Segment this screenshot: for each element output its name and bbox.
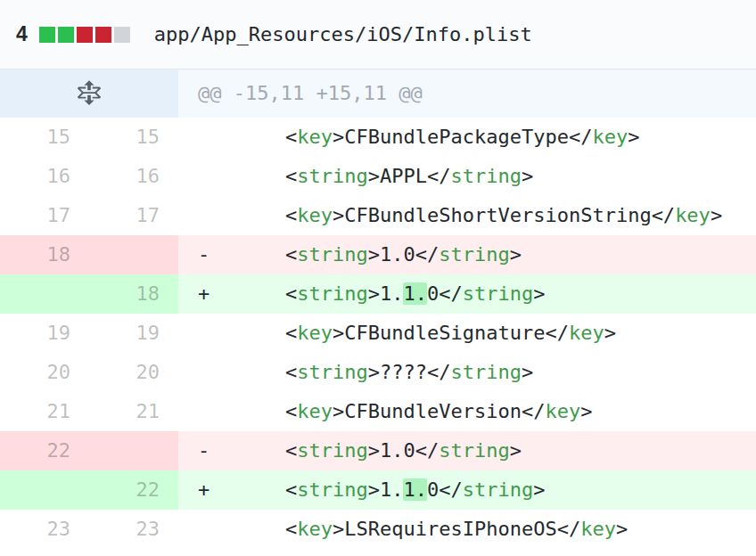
code-segment: > (533, 282, 545, 305)
code-segment: < (285, 322, 297, 344)
code-segment: string (297, 243, 367, 266)
old-line-number[interactable]: 20 (0, 353, 89, 392)
code-segment: 0 (427, 478, 439, 501)
code-segment: CFBundleSignature (344, 322, 545, 344)
diff-row-added: 18+<string>1.1.0</string> (0, 274, 756, 314)
code-segment: string (439, 439, 509, 462)
code-line: <key>CFBundleVersion</key> (178, 392, 756, 431)
code-segment: </ (427, 165, 451, 187)
code-line: <string>????</string> (178, 353, 756, 392)
code-segment: > (368, 165, 380, 187)
code-segment: > (333, 322, 344, 344)
expand-hunk-button[interactable] (0, 70, 178, 118)
old-line-number[interactable]: 16 (0, 157, 89, 196)
code-segment: > (510, 439, 522, 462)
new-line-number[interactable]: 15 (89, 118, 178, 157)
old-line-number[interactable] (0, 274, 89, 314)
code-segment: > (628, 126, 639, 148)
old-line-number[interactable]: 19 (0, 314, 89, 353)
code-segment: </ (427, 361, 451, 383)
old-line-number[interactable] (0, 470, 89, 510)
code-segment: 1.0 (380, 439, 415, 462)
code-segment: </ (652, 204, 676, 226)
code-segment: </ (415, 439, 440, 462)
code-segment: LSRequiresIPhoneOS (344, 518, 556, 540)
code-segment: string (297, 282, 367, 305)
code-segment: > (333, 126, 344, 148)
old-line-number[interactable]: 22 (0, 431, 89, 470)
code-segment: < (285, 204, 297, 226)
code-segment: key (580, 518, 616, 540)
code-segment: > (580, 400, 592, 422)
old-line-number[interactable]: 23 (0, 510, 89, 549)
code-segment: 1. (403, 478, 427, 501)
diffstat-block-added (58, 27, 74, 43)
code-segment: < (285, 126, 297, 148)
new-line-number[interactable] (89, 235, 178, 274)
code-segment: > (333, 204, 344, 226)
file-header: 4 app/App_Resources/iOS/Info.plist (0, 0, 756, 70)
code-segment: 1. (380, 478, 404, 501)
code-segment: string (463, 282, 533, 305)
code-segment: </ (569, 126, 593, 148)
code-segment: APPL (380, 165, 427, 187)
old-line-number[interactable]: 15 (0, 118, 89, 157)
code-segment: > (368, 243, 380, 266)
old-line-number[interactable]: 17 (0, 196, 89, 235)
old-line-number[interactable]: 21 (0, 392, 89, 431)
code-segment: > (368, 478, 380, 501)
code-segment: string (297, 361, 367, 383)
diffstat-block-added (39, 27, 55, 43)
diff-row-deleted: 18-<string>1.0</string> (0, 235, 756, 274)
diff-row-context: 2020<string>????</string> (0, 353, 756, 392)
hunk-range-text: @@ -15,11 +15,11 @@ (178, 70, 756, 118)
code-line: +<string>1.1.0</string> (178, 274, 756, 314)
changed-lines-count: 4 (16, 22, 28, 46)
diff-table: @@ -15,11 +15,11 @@ 1515<key>CFBundlePac… (0, 70, 756, 549)
diff-marker: + (198, 274, 285, 314)
code-segment: < (285, 243, 297, 266)
old-line-number[interactable]: 18 (0, 235, 89, 274)
diff-row-context: 1616<string>APPL</string> (0, 157, 756, 196)
code-segment: </ (439, 478, 463, 501)
diff-row-added: 22+<string>1.1.0</string> (0, 470, 756, 510)
new-line-number[interactable]: 16 (89, 157, 178, 196)
diffstat (39, 27, 133, 43)
diffstat-block-neutral (114, 27, 130, 43)
code-segment: > (522, 165, 533, 187)
unfold-icon (78, 80, 101, 107)
new-line-number[interactable]: 19 (89, 314, 178, 353)
new-line-number[interactable] (89, 431, 178, 470)
diffstat-block-deleted (77, 27, 93, 43)
code-segment: > (333, 400, 344, 422)
new-line-number[interactable]: 17 (89, 196, 178, 235)
new-line-number[interactable]: 18 (89, 274, 178, 314)
code-segment: string (297, 478, 367, 501)
code-segment: </ (439, 282, 463, 305)
code-segment: key (297, 126, 333, 148)
new-line-number[interactable]: 21 (89, 392, 178, 431)
code-segment: > (533, 478, 545, 501)
diff-row-context: 1515<key>CFBundlePackageType</key> (0, 118, 756, 157)
new-line-number[interactable]: 22 (89, 470, 178, 510)
new-line-number[interactable]: 23 (89, 510, 178, 549)
code-segment: > (368, 282, 380, 305)
code-segment: 1. (403, 282, 427, 305)
new-line-number[interactable]: 20 (89, 353, 178, 392)
code-segment: key (545, 400, 580, 422)
diff-row-context: 1919<key>CFBundleSignature</key> (0, 314, 756, 353)
code-segment: < (285, 518, 297, 540)
code-segment: > (522, 361, 533, 383)
diff-marker: + (198, 470, 285, 510)
code-segment: key (675, 204, 711, 226)
code-segment: string (450, 165, 521, 187)
diff-marker: - (198, 235, 285, 274)
code-segment: > (333, 518, 344, 540)
code-segment: ???? (380, 361, 427, 383)
code-segment: </ (557, 518, 581, 540)
diff-row-context: 1717<key>CFBundleShortVersionString</key… (0, 196, 756, 235)
code-segment: string (297, 165, 367, 187)
file-path-link[interactable]: app/App_Resources/iOS/Info.plist (154, 23, 532, 45)
code-segment: < (285, 400, 297, 422)
diff-rows: 1515<key>CFBundlePackageType</key>1616<s… (0, 118, 756, 549)
